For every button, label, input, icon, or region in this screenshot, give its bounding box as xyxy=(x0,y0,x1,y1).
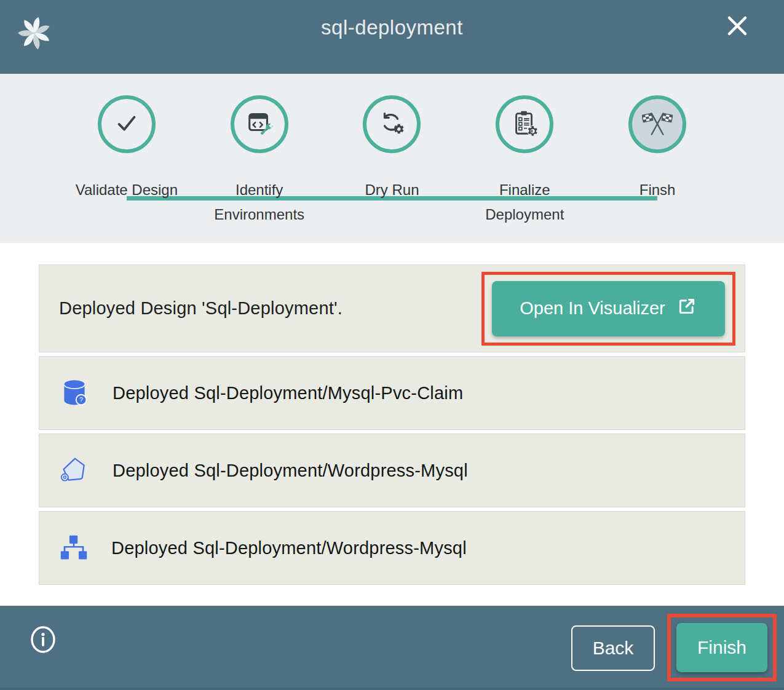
dialog-footer: Back Finish xyxy=(0,606,784,690)
step-label: Finalize Deployment xyxy=(463,178,586,227)
topology-icon xyxy=(60,534,88,562)
checkered-flags-icon xyxy=(642,108,673,141)
result-row-wordpress-mysql-topology: Deployed Sql-Deployment/Wordpress-Mysql xyxy=(39,511,745,585)
open-in-visualizer-button[interactable]: Open In Visualizer xyxy=(492,281,725,336)
check-icon xyxy=(113,109,141,140)
deployment-summary-row: Deployed Design 'Sql-Deployment'. Open I… xyxy=(39,264,745,352)
database-icon: ? xyxy=(60,378,89,408)
pod-icon xyxy=(60,456,89,485)
info-icon[interactable] xyxy=(30,626,57,653)
refresh-gear-icon xyxy=(378,109,406,140)
finish-button[interactable]: Finish xyxy=(676,623,767,672)
code-wrench-icon xyxy=(245,109,274,140)
result-text: Deployed Sql-Deployment/Wordpress-Mysql xyxy=(111,538,467,558)
step-finish: Finsh xyxy=(591,95,724,227)
result-text: Deployed Sql-Deployment/Wordpress-Mysql xyxy=(113,461,468,481)
deployment-summary-text: Deployed Design 'Sql-Deployment'. xyxy=(59,298,343,319)
dialog-header: sql-deployment xyxy=(0,0,784,74)
dialog-title: sql-deployment xyxy=(0,16,784,39)
step-identify-environments: Identify Environments xyxy=(193,95,326,227)
result-row-wordpress-mysql-pod: Deployed Sql-Deployment/Wordpress-Mysql xyxy=(39,434,745,507)
step-dry-run: Dry Run xyxy=(326,95,459,227)
close-icon[interactable] xyxy=(724,12,751,39)
back-button[interactable]: Back xyxy=(571,625,655,671)
step-label: Finsh xyxy=(639,178,676,202)
svg-text:?: ? xyxy=(79,397,83,403)
step-label: Dry Run xyxy=(365,178,419,202)
step-label: Validate Design xyxy=(76,178,178,202)
result-row-mysql-pvc-claim: ? Deployed Sql-Deployment/Mysql-Pvc-Clai… xyxy=(39,356,745,430)
highlight-box-visualizer: Open In Visualizer xyxy=(481,272,735,346)
step-validate-design: Validate Design xyxy=(60,95,193,227)
deployment-results: Deployed Design 'Sql-Deployment'. Open I… xyxy=(0,243,784,606)
deployment-stepper: Validate Design Identify Environments xyxy=(0,74,784,243)
clipboard-gear-icon xyxy=(510,109,539,140)
result-text: Deployed Sql-Deployment/Mysql-Pvc-Claim xyxy=(113,383,463,403)
open-in-visualizer-label: Open In Visualizer xyxy=(520,298,665,319)
step-finalize-deployment: Finalize Deployment xyxy=(458,95,591,227)
open-in-new-icon xyxy=(676,296,697,321)
step-label: Identify Environments xyxy=(198,178,321,227)
highlight-box-finish: Finish xyxy=(667,614,777,681)
